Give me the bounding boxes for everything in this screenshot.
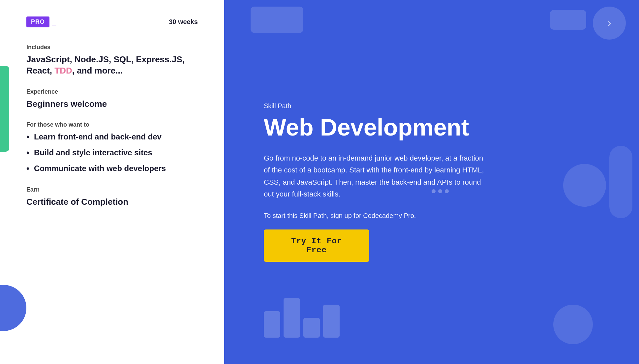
includes-section: Includes JavaScript, Node.JS, SQL, Expre… <box>26 44 198 76</box>
deco-right-capsule <box>609 146 632 218</box>
cta-text: To start this Skill Path, sign up for Co… <box>264 212 599 220</box>
deco-circle-bottom-right <box>553 305 593 344</box>
deco-bar-1 <box>264 311 280 338</box>
pro-header: PRO _ 30 weeks <box>26 16 198 27</box>
deco-rect-top-left <box>251 7 303 33</box>
for-those-label: For those who want to <box>26 121 198 128</box>
bullet-list: Learn front-end and back-end dev Build a… <box>26 132 198 174</box>
course-title: Web Development <box>264 114 599 140</box>
experience-label: Experience <box>26 88 198 95</box>
pro-badge-group: PRO _ <box>26 16 56 27</box>
earn-section: Earn Certificate of Completion <box>26 186 198 208</box>
try-it-free-button[interactable]: Try It For Free <box>264 229 369 262</box>
experience-section: Experience Beginners welcome <box>26 88 198 110</box>
includes-label: Includes <box>26 44 198 51</box>
deco-bottom-group <box>264 298 340 338</box>
left-panel: PRO _ 30 weeks Includes JavaScript, Node… <box>0 0 224 364</box>
experience-content: Beginners welcome <box>26 99 198 110</box>
deco-bar-2 <box>284 298 300 338</box>
deco-bar-3 <box>303 318 320 338</box>
green-accent-bar <box>0 66 9 152</box>
pro-badge: PRO <box>26 16 49 27</box>
blue-circle-decoration <box>0 285 26 331</box>
weeks-label: 30 weeks <box>169 18 198 26</box>
deco-circle-arrow: › <box>593 7 626 40</box>
skill-path-label: Skill Path <box>264 102 599 110</box>
right-panel: › Skill Path Web Development Go from no-… <box>224 0 639 364</box>
list-item: Communicate with web developers <box>26 163 198 174</box>
deco-rect-tr <box>550 10 586 30</box>
list-item: Build and style interactive sites <box>26 147 198 159</box>
highlight-tdd: TDD <box>54 66 72 76</box>
course-description: Go from no-code to an in-demand junior w… <box>264 152 488 200</box>
for-those-section: For those who want to Learn front-end an… <box>26 121 198 174</box>
list-item: Learn front-end and back-end dev <box>26 132 198 143</box>
includes-content: JavaScript, Node.JS, SQL, Express.JS,Rea… <box>26 54 198 76</box>
earn-label: Earn <box>26 186 198 193</box>
deco-bar-4 <box>323 305 340 338</box>
right-content: Skill Path Web Development Go from no-co… <box>264 102 599 262</box>
earn-content: Certificate of Completion <box>26 197 198 208</box>
pro-cursor: _ <box>52 18 56 26</box>
